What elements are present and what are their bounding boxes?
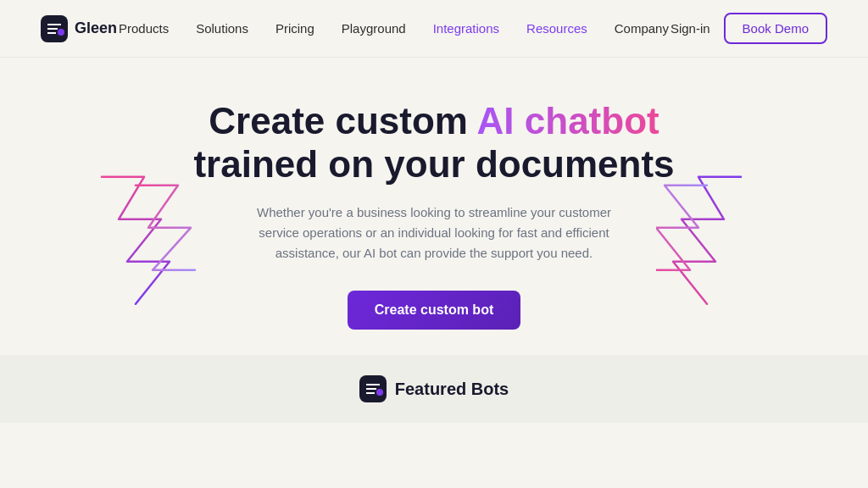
svg-point-3 bbox=[376, 389, 383, 396]
svg-point-1 bbox=[58, 29, 64, 36]
hero-title-part1: Create custom bbox=[209, 100, 476, 141]
hero-title-highlight: AI chatbot bbox=[477, 100, 659, 141]
nav-item-products[interactable]: Products bbox=[119, 21, 169, 36]
featured-bots-text: Featured Bots bbox=[395, 380, 509, 399]
nav-item-integrations[interactable]: Integrations bbox=[433, 21, 499, 36]
hero-title-part2: trained on your documents bbox=[193, 143, 674, 185]
nav-item-solutions[interactable]: Solutions bbox=[196, 21, 248, 36]
nav-item-resources[interactable]: Resources bbox=[526, 21, 587, 36]
logo-icon bbox=[41, 15, 68, 42]
create-bot-button[interactable]: Create custom bot bbox=[348, 291, 520, 330]
nav-item-company[interactable]: Company bbox=[615, 21, 669, 36]
featured-bots-label: Featured Bots bbox=[359, 375, 509, 402]
hero-section: Create custom AI chatbot trained on your… bbox=[0, 58, 868, 355]
featured-bots-icon bbox=[359, 375, 387, 402]
bottom-section: Featured Bots bbox=[0, 355, 868, 423]
navbar: Gleen Products Solutions Pricing Playgro… bbox=[0, 0, 868, 58]
nav-actions: Sign-in Book Demo bbox=[670, 13, 827, 44]
nav-links: Products Solutions Pricing Playground In… bbox=[119, 21, 669, 36]
logo-text: Gleen bbox=[75, 19, 117, 37]
signin-button[interactable]: Sign-in bbox=[670, 21, 710, 36]
hero-subtitle: Whether you're a business looking to str… bbox=[248, 202, 620, 263]
book-demo-button[interactable]: Book Demo bbox=[724, 13, 827, 44]
deco-right-icon bbox=[656, 159, 826, 315]
logo[interactable]: Gleen bbox=[41, 15, 117, 42]
deco-left-icon bbox=[51, 159, 220, 315]
hero-title: Create custom AI chatbot trained on your… bbox=[193, 100, 674, 186]
nav-item-playground[interactable]: Playground bbox=[342, 21, 406, 36]
nav-item-pricing[interactable]: Pricing bbox=[275, 21, 314, 36]
